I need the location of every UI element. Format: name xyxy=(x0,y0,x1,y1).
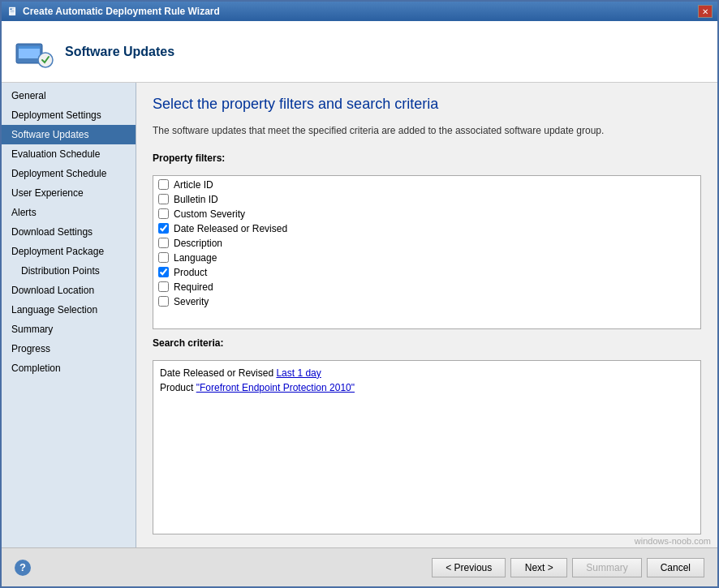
filter-label-date-released: Date Released or Revised xyxy=(174,223,287,234)
sidebar: GeneralDeployment SettingsSoftware Updat… xyxy=(2,83,136,547)
filter-checkbox-custom-severity[interactable] xyxy=(158,208,169,219)
sidebar-item-deployment-schedule[interactable]: Deployment Schedule xyxy=(2,164,136,183)
window-icon: 🖥 xyxy=(6,5,18,18)
content-area: Select the property filters and search c… xyxy=(136,83,717,547)
title-bar: 🖥 Create Automatic Deployment Rule Wizar… xyxy=(2,2,717,21)
sidebar-item-summary[interactable]: Summary xyxy=(2,320,136,339)
title-bar-text: 🖥 Create Automatic Deployment Rule Wizar… xyxy=(6,5,220,18)
sidebar-item-alerts[interactable]: Alerts xyxy=(2,203,136,222)
footer-left: ? xyxy=(15,560,31,576)
filter-label-bulletin-id: Bulletin ID xyxy=(174,194,218,205)
filter-checkbox-description[interactable] xyxy=(158,238,169,248)
filter-label-description: Description xyxy=(174,238,222,249)
filter-item-language: Language xyxy=(153,251,700,265)
filter-item-bulletin-id: Bulletin ID xyxy=(153,192,700,207)
sidebar-item-download-settings[interactable]: Download Settings xyxy=(2,222,136,242)
main-area: GeneralDeployment SettingsSoftware Updat… xyxy=(2,83,717,547)
filter-checkbox-product[interactable] xyxy=(158,267,169,277)
filter-item-date-released: Date Released or Revised xyxy=(153,221,700,236)
filter-checkbox-date-released[interactable] xyxy=(158,223,169,234)
content-title: Select the property filters and search c… xyxy=(153,96,701,113)
title-bar-controls: ✕ xyxy=(698,5,713,18)
filter-item-custom-severity: Custom Severity xyxy=(153,207,700,221)
sidebar-item-distribution-points[interactable]: Distribution Points xyxy=(2,261,136,281)
summary-button: Summary xyxy=(572,558,641,577)
sidebar-item-deployment-package[interactable]: Deployment Package xyxy=(2,242,136,261)
previous-button[interactable]: < Previous xyxy=(432,558,506,577)
footer: ? < PreviousNext >SummaryCancel xyxy=(2,547,717,586)
filter-checkbox-article-id[interactable] xyxy=(158,179,169,190)
search-criteria-container: Date Released or Revised Last 1 dayProdu… xyxy=(153,360,701,534)
criteria-prefix-1: Product xyxy=(160,382,196,393)
sidebar-item-general[interactable]: General xyxy=(2,86,136,105)
filter-item-product: Product xyxy=(153,265,700,280)
criteria-link-0[interactable]: Last 1 day xyxy=(276,367,321,379)
sidebar-item-evaluation-schedule[interactable]: Evaluation Schedule xyxy=(2,144,136,164)
sidebar-item-language-selection[interactable]: Language Selection xyxy=(2,300,136,320)
filter-item-article-id: Article ID xyxy=(153,178,700,192)
filter-checkbox-bulletin-id[interactable] xyxy=(158,194,169,204)
filter-item-required: Required xyxy=(153,280,700,294)
filter-label-custom-severity: Custom Severity xyxy=(174,208,245,220)
filter-label-product: Product xyxy=(174,267,207,278)
filters-list-container[interactable]: Article IDBulletin IDCustom SeverityDate… xyxy=(153,175,701,329)
sidebar-item-progress[interactable]: Progress xyxy=(2,339,136,358)
criteria-prefix-0: Date Released or Revised xyxy=(160,367,276,379)
filter-checkbox-severity[interactable] xyxy=(158,296,169,307)
sidebar-item-deployment-settings[interactable]: Deployment Settings xyxy=(2,105,136,125)
sidebar-item-completion[interactable]: Completion xyxy=(2,358,136,378)
property-filters-label: Property filters: xyxy=(153,152,701,164)
help-button[interactable]: ? xyxy=(15,560,31,576)
next-button[interactable]: Next > xyxy=(510,558,567,577)
filter-label-article-id: Article ID xyxy=(174,179,213,191)
criteria-link-1[interactable]: "Forefront Endpoint Protection 2010" xyxy=(196,382,355,393)
header-area: Software Updates xyxy=(2,21,717,83)
footer-buttons: < PreviousNext >SummaryCancel xyxy=(432,558,704,577)
filter-item-severity: Severity xyxy=(153,294,700,309)
content-description: The software updates that meet the speci… xyxy=(153,124,701,138)
sidebar-item-software-updates[interactable]: Software Updates xyxy=(2,125,136,144)
wizard-window: 🖥 Create Automatic Deployment Rule Wizar… xyxy=(0,0,719,588)
search-criteria-line-1: Product "Forefront Endpoint Protection 2… xyxy=(160,382,694,393)
sidebar-item-download-location[interactable]: Download Location xyxy=(2,281,136,300)
filter-label-language: Language xyxy=(174,252,217,264)
filters-list: Article IDBulletin IDCustom SeverityDate… xyxy=(153,176,700,311)
filter-label-severity: Severity xyxy=(174,296,209,307)
filter-checkbox-required[interactable] xyxy=(158,281,169,292)
filter-label-required: Required xyxy=(174,281,213,293)
header-title: Software Updates xyxy=(65,45,174,59)
search-criteria-label: Search criteria: xyxy=(153,337,701,349)
filter-item-description: Description xyxy=(153,236,700,251)
wizard-header-icon xyxy=(15,32,54,71)
svg-rect-2 xyxy=(19,46,40,49)
sidebar-item-user-experience[interactable]: User Experience xyxy=(2,183,136,203)
close-button[interactable]: ✕ xyxy=(698,5,713,18)
cancel-button[interactable]: Cancel xyxy=(647,558,704,577)
search-criteria-line-0: Date Released or Revised Last 1 day xyxy=(160,367,694,379)
filter-checkbox-language[interactable] xyxy=(158,252,169,263)
